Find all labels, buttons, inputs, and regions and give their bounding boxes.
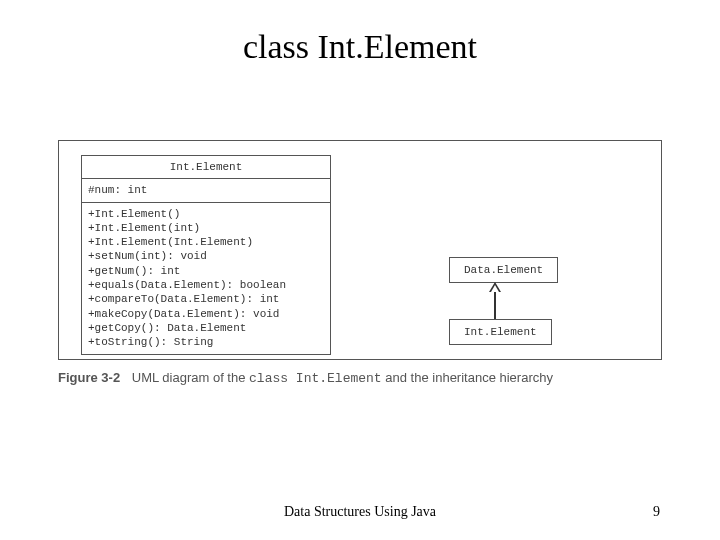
uml-method: +Int.Element() — [88, 207, 324, 221]
uml-method: +compareTo(Data.Element): int — [88, 292, 324, 306]
uml-method: +toString(): String — [88, 335, 324, 349]
uml-attributes-section: #num: int — [82, 179, 330, 202]
page-number: 9 — [653, 504, 660, 520]
uml-method: +getNum(): int — [88, 264, 324, 278]
uml-method: +setNum(int): void — [88, 249, 324, 263]
uml-method: +Int.Element(Int.Element) — [88, 235, 324, 249]
uml-class-name: Int.Element — [82, 156, 330, 179]
inheritance-arrow-icon — [494, 282, 496, 319]
uml-method: +getCopy(): Data.Element — [88, 321, 324, 335]
uml-method: +Int.Element(int) — [88, 221, 324, 235]
footer-text: Data Structures Using Java — [0, 504, 720, 520]
caption-text-pre: UML diagram of the — [132, 370, 249, 385]
figure-label: Figure 3-2 — [58, 370, 120, 385]
uml-method: +makeCopy(Data.Element): void — [88, 307, 324, 321]
caption-text-post: and the inheritance hierarchy — [385, 370, 553, 385]
uml-methods-section: +Int.Element() +Int.Element(int) +Int.El… — [82, 203, 330, 354]
figure-frame: Int.Element #num: int +Int.Element() +In… — [58, 140, 662, 360]
uml-class-box: Int.Element #num: int +Int.Element() +In… — [81, 155, 331, 355]
hierarchy-parent-box: Data.Element — [449, 257, 558, 283]
uml-attribute: #num: int — [88, 183, 324, 197]
slide: class Int.Element Int.Element #num: int … — [0, 0, 720, 540]
hierarchy-child-box: Int.Element — [449, 319, 552, 345]
uml-method: +equals(Data.Element): boolean — [88, 278, 324, 292]
slide-title: class Int.Element — [0, 28, 720, 66]
figure-caption: Figure 3-2 UML diagram of the class Int.… — [58, 370, 553, 386]
caption-code: class Int.Element — [249, 371, 382, 386]
